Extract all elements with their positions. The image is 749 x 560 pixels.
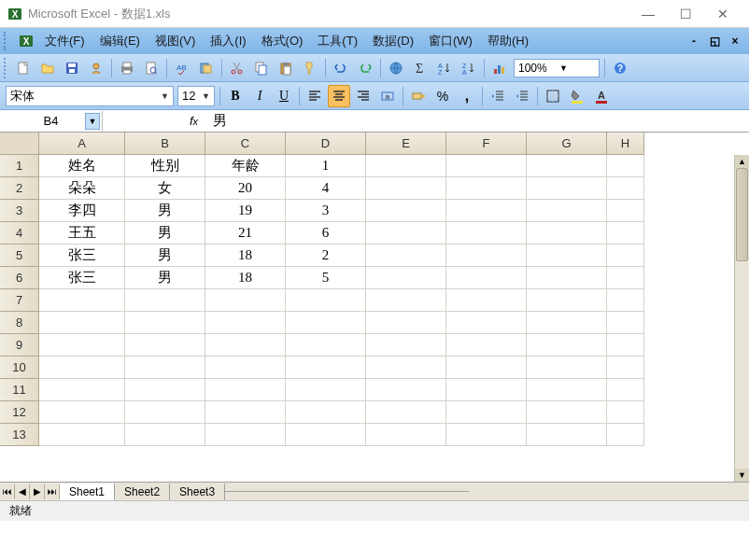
- cell-E4[interactable]: [366, 222, 446, 245]
- cell-C11[interactable]: [205, 379, 286, 401]
- cell-E11[interactable]: [366, 379, 446, 401]
- cell-G9[interactable]: [527, 334, 607, 357]
- cell-H8[interactable]: [607, 312, 644, 334]
- cell-D11[interactable]: [286, 379, 366, 401]
- minimize-button[interactable]: —: [629, 1, 667, 27]
- cell-D9[interactable]: [286, 334, 366, 357]
- hyperlink-button[interactable]: [385, 57, 407, 79]
- menu-data[interactable]: 数据(D): [365, 30, 421, 52]
- cell-D7[interactable]: [286, 289, 366, 312]
- chevron-down-icon[interactable]: ▼: [85, 113, 100, 130]
- decrease-indent-button[interactable]: [487, 85, 509, 107]
- column-header-B[interactable]: B: [125, 133, 205, 155]
- cell-H1[interactable]: [607, 155, 644, 177]
- cell-F11[interactable]: [446, 379, 527, 401]
- menu-tools[interactable]: 工具(T): [310, 30, 365, 52]
- cell-F6[interactable]: [446, 267, 527, 289]
- menu-view[interactable]: 视图(V): [148, 30, 203, 52]
- tab-next-button[interactable]: ▶: [30, 484, 45, 499]
- cell-D5[interactable]: 2: [286, 245, 366, 267]
- cell-E5[interactable]: [366, 245, 446, 267]
- menu-window[interactable]: 窗口(W): [421, 30, 480, 52]
- save-button[interactable]: [61, 57, 83, 79]
- undo-button[interactable]: [330, 57, 352, 79]
- paste-button[interactable]: [275, 57, 297, 79]
- sort-asc-button[interactable]: AZ: [433, 57, 456, 79]
- increase-indent-button[interactable]: [511, 85, 533, 107]
- cell-A5[interactable]: 张三: [39, 245, 125, 267]
- cell-H5[interactable]: [607, 245, 644, 267]
- sort-desc-button[interactable]: ZA: [458, 57, 480, 79]
- cell-C13[interactable]: [205, 424, 286, 446]
- cell-B3[interactable]: 男: [125, 200, 205, 222]
- menu-edit[interactable]: 编辑(E): [92, 30, 148, 52]
- italic-button[interactable]: I: [248, 85, 271, 107]
- cell-D10[interactable]: [286, 357, 366, 379]
- menu-file[interactable]: 文件(F): [37, 30, 92, 52]
- cell-G12[interactable]: [527, 401, 607, 424]
- row-header-13[interactable]: 13: [0, 424, 39, 446]
- autosum-button[interactable]: Σ: [409, 57, 431, 79]
- research-button[interactable]: [195, 57, 218, 79]
- grip[interactable]: [4, 32, 11, 50]
- cell-E1[interactable]: [366, 155, 446, 177]
- column-header-D[interactable]: D: [286, 133, 366, 155]
- cell-F1[interactable]: [446, 155, 527, 177]
- font-name-combo[interactable]: 宋体▼: [6, 86, 174, 106]
- cell-B8[interactable]: [125, 312, 205, 334]
- preview-button[interactable]: [140, 57, 163, 79]
- cell-H10[interactable]: [607, 357, 644, 379]
- cell-D13[interactable]: [286, 424, 366, 446]
- row-header-1[interactable]: 1: [0, 155, 39, 177]
- mdi-minimize-button[interactable]: -: [685, 33, 702, 49]
- cell-H12[interactable]: [607, 401, 644, 424]
- cell-D12[interactable]: [286, 401, 366, 424]
- cell-G4[interactable]: [527, 222, 607, 245]
- comma-button[interactable]: ,: [456, 85, 478, 107]
- cell-F7[interactable]: [446, 289, 527, 312]
- cell-A7[interactable]: [39, 289, 125, 312]
- menu-help[interactable]: 帮助(H): [480, 30, 536, 52]
- cell-G10[interactable]: [527, 357, 607, 379]
- cell-H7[interactable]: [607, 289, 644, 312]
- cell-G13[interactable]: [527, 424, 607, 446]
- cell-E3[interactable]: [366, 200, 446, 222]
- column-header-G[interactable]: G: [527, 133, 607, 155]
- cell-B12[interactable]: [125, 401, 205, 424]
- cell-B4[interactable]: 男: [125, 222, 205, 245]
- cell-A11[interactable]: [39, 379, 125, 401]
- cell-C6[interactable]: 18: [205, 267, 286, 289]
- cell-B6[interactable]: 男: [125, 267, 205, 289]
- align-left-button[interactable]: [304, 85, 326, 107]
- row-header-12[interactable]: 12: [0, 401, 39, 424]
- cell-F5[interactable]: [446, 245, 527, 267]
- cell-G3[interactable]: [527, 200, 607, 222]
- cell-H13[interactable]: [607, 424, 644, 446]
- cell-D6[interactable]: 5: [286, 267, 366, 289]
- row-header-8[interactable]: 8: [0, 312, 39, 334]
- cell-H9[interactable]: [607, 334, 644, 357]
- redo-button[interactable]: [354, 57, 376, 79]
- cell-E8[interactable]: [366, 312, 446, 334]
- new-button[interactable]: [12, 57, 35, 79]
- close-button[interactable]: ✕: [704, 1, 742, 27]
- mdi-restore-button[interactable]: ◱: [706, 33, 723, 49]
- formula-input[interactable]: 男: [205, 112, 749, 130]
- cell-D4[interactable]: 6: [286, 222, 366, 245]
- cut-button[interactable]: [226, 57, 248, 79]
- select-all-corner[interactable]: [0, 133, 39, 155]
- chart-button[interactable]: [488, 57, 511, 79]
- cell-G11[interactable]: [527, 379, 607, 401]
- cell-A8[interactable]: [39, 312, 125, 334]
- cell-B11[interactable]: [125, 379, 205, 401]
- row-header-4[interactable]: 4: [0, 222, 39, 245]
- cell-C1[interactable]: 年龄: [205, 155, 286, 177]
- cell-H4[interactable]: [607, 222, 644, 245]
- cell-C7[interactable]: [205, 289, 286, 312]
- align-center-button[interactable]: [328, 85, 350, 107]
- font-size-combo[interactable]: 12▼: [177, 86, 215, 106]
- row-header-7[interactable]: 7: [0, 289, 39, 312]
- percent-button[interactable]: %: [431, 85, 454, 107]
- open-button[interactable]: [36, 57, 59, 79]
- sheet-tab-3[interactable]: Sheet3: [170, 483, 225, 500]
